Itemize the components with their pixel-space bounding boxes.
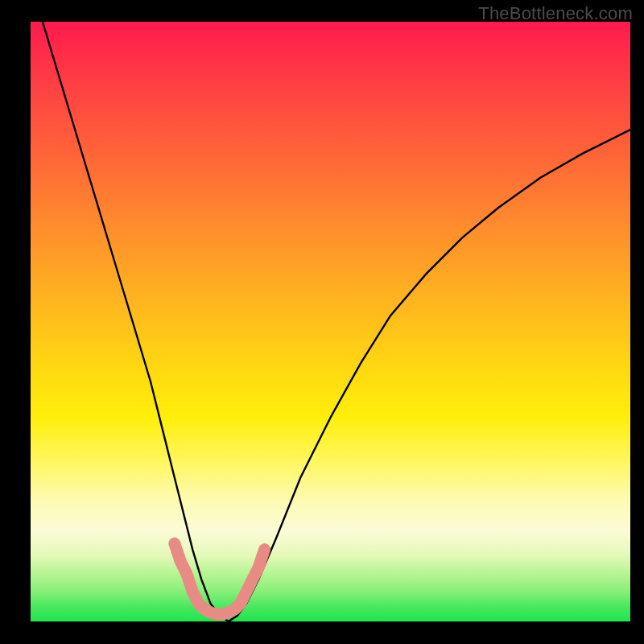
chart-frame: TheBottleneck.com — [0, 0, 644, 644]
watermark-text: TheBottleneck.com — [478, 3, 633, 24]
plot-area — [31, 22, 630, 621]
bottleneck-curve — [43, 22, 630, 621]
highlight-band — [175, 543, 265, 614]
curve-layer — [31, 22, 630, 621]
